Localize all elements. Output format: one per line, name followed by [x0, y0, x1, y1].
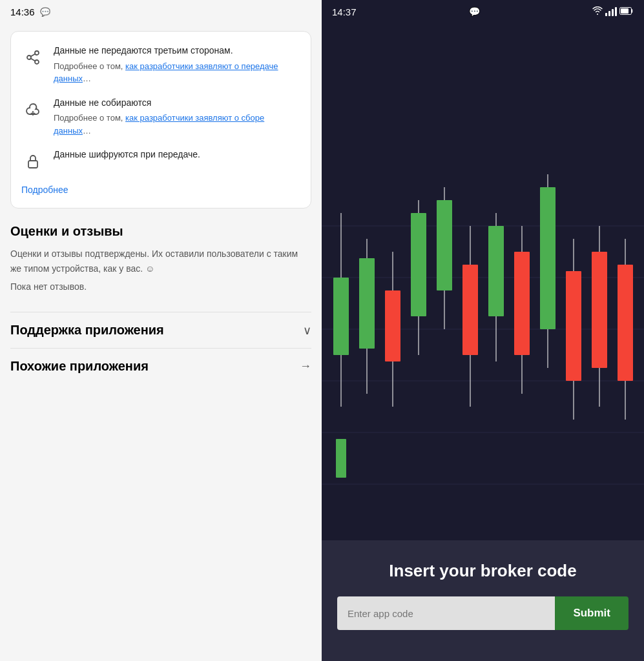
similar-title: Похожие приложения [10, 359, 149, 374]
privacy-desc-before-link-0: Подробнее о том, [54, 61, 125, 71]
status-bar-right: 14:37 💬 [322, 0, 644, 23]
svg-rect-22 [411, 213, 426, 316]
privacy-title-cloud: Данные не собираются [54, 97, 300, 110]
privacy-text-cloud: Данные не собираются Подробнее о том, ка… [54, 97, 300, 137]
svg-rect-34 [566, 271, 581, 381]
status-bar-left: 14:36 💬 [0, 0, 322, 23]
svg-rect-18 [359, 258, 375, 349]
arrow-right-icon: → [300, 360, 311, 373]
privacy-desc-cloud: Подробнее о том, как разработчики заявля… [54, 112, 300, 137]
wifi-icon [592, 6, 603, 17]
svg-rect-32 [540, 187, 556, 329]
status-icons-right [592, 6, 634, 17]
privacy-item-share: Данные не передаются третьим сторонам. П… [21, 45, 300, 85]
chevron-down-icon: ∨ [303, 323, 311, 338]
submit-button[interactable]: Submit [555, 596, 628, 630]
privacy-desc-share: Подробнее о том, как разработчики заявля… [54, 60, 300, 85]
left-panel: 14:36 💬 Данные не передаются третьим ст [0, 0, 322, 661]
lock-icon [21, 150, 45, 173]
privacy-title-share: Данные не передаются третьим сторонам. [54, 45, 300, 57]
time-left: 14:36 [10, 6, 35, 17]
right-panel: 14:37 💬 [322, 0, 644, 661]
svg-rect-16 [333, 278, 349, 355]
support-title: Поддержка приложения [10, 323, 164, 338]
svg-rect-20 [385, 290, 400, 361]
svg-rect-26 [462, 265, 478, 355]
broker-input-row: Submit [337, 596, 628, 630]
svg-rect-6 [28, 161, 37, 168]
ratings-desc: Оценки и отзывы подтверждены. Их оставил… [10, 247, 311, 276]
privacy-desc-after-link-0: … [83, 74, 91, 83]
privacy-more-link[interactable]: Подробнее [21, 185, 300, 195]
signal-icon [605, 7, 617, 16]
left-content: Данные не передаются третьим сторонам. П… [0, 23, 322, 661]
svg-rect-8 [621, 8, 628, 14]
svg-rect-39 [336, 439, 346, 478]
svg-rect-24 [437, 200, 452, 290]
privacy-item-cloud: Данные не собираются Подробнее о том, ка… [21, 97, 300, 137]
privacy-desc-before-link-1: Подробнее о том, [54, 113, 125, 123]
similar-section[interactable]: Похожие приложения → [10, 348, 311, 384]
svg-rect-38 [618, 265, 633, 381]
svg-line-3 [31, 59, 36, 61]
svg-point-0 [35, 51, 39, 55]
broker-code-input[interactable] [337, 596, 555, 630]
no-reviews-text: Пока нет отзывов. [10, 280, 311, 294]
svg-rect-36 [592, 252, 607, 368]
privacy-card: Данные не передаются третьим сторонам. П… [10, 31, 311, 208]
time-right: 14:37 [332, 6, 357, 17]
broker-modal-title: Insert your broker code [337, 561, 628, 581]
svg-rect-28 [488, 226, 504, 316]
svg-point-1 [27, 56, 31, 59]
privacy-item-lock: Данные шифруются при передаче. [21, 148, 300, 173]
svg-rect-30 [514, 252, 530, 355]
ratings-title: Оценки и отзывы [10, 224, 311, 239]
privacy-text-lock: Данные шифруются при передаче. [54, 148, 300, 164]
privacy-desc-after-link-1: … [83, 126, 91, 136]
broker-modal: Insert your broker code Submit [322, 540, 644, 661]
privacy-text-share: Данные не передаются третьим сторонам. П… [54, 45, 300, 85]
ratings-section: Оценки и отзывы Оценки и отзывы подтверж… [10, 224, 311, 294]
privacy-title-lock: Данные шифруются при передаче. [54, 148, 300, 161]
share-icon [21, 46, 45, 69]
battery-icon [619, 7, 634, 17]
cloud-icon [21, 98, 45, 121]
message-icon-left: 💬 [40, 7, 50, 17]
support-section[interactable]: Поддержка приложения ∨ [10, 312, 311, 348]
message-icon-right: 💬 [469, 6, 480, 17]
svg-point-2 [35, 60, 39, 64]
svg-line-4 [31, 54, 36, 57]
